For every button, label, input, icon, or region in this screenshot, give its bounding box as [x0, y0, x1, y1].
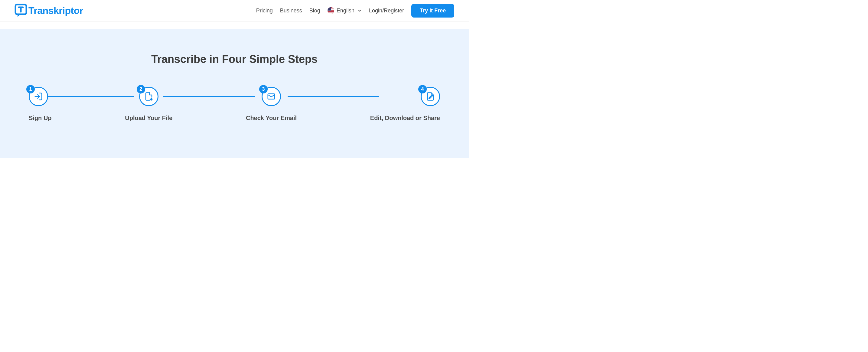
step-email: 3 Check Your Email [246, 87, 297, 122]
svg-rect-5 [328, 10, 334, 11]
svg-rect-7 [328, 13, 334, 14]
email-icon [267, 92, 276, 101]
step-upload: 2 Upload Your File [125, 87, 173, 122]
main-header: Transkriptor Pricing Business Blog Engli… [0, 0, 469, 22]
svg-rect-6 [328, 12, 334, 12]
nav-pricing[interactable]: Pricing [256, 7, 273, 14]
chevron-down-icon [358, 8, 362, 13]
brand-name: Transkriptor [28, 5, 83, 16]
step-label: Edit, Download or Share [370, 115, 440, 122]
flag-us-icon [328, 7, 334, 14]
steps-row: 1 Sign Up 2 [29, 87, 440, 122]
language-selector[interactable]: English [328, 7, 362, 14]
language-label: English [337, 7, 354, 14]
upload-file-icon [144, 92, 153, 101]
logo-icon [14, 4, 27, 18]
nav-login[interactable]: Login/Register [369, 7, 404, 14]
brand-logo[interactable]: Transkriptor [14, 4, 83, 18]
step-label: Check Your Email [246, 115, 297, 122]
step-edit: 4 Edit, Download or Share [370, 87, 440, 122]
step-signup: 1 Sign Up [29, 87, 52, 122]
svg-rect-8 [328, 7, 331, 10]
steps-section: Transcribe in Four Simple Steps 1 Sign U… [0, 29, 469, 158]
section-title: Transcribe in Four Simple Steps [14, 53, 454, 66]
nav-blog[interactable]: Blog [309, 7, 320, 14]
try-free-button[interactable]: Try It Free [411, 4, 454, 18]
step-number: 4 [418, 85, 427, 93]
step-label: Sign Up [29, 115, 52, 122]
edit-file-icon [426, 92, 435, 101]
main-nav: Pricing Business Blog English [256, 4, 454, 18]
signup-icon [34, 92, 43, 101]
nav-business[interactable]: Business [280, 7, 302, 14]
step-number: 2 [137, 85, 145, 93]
step-label: Upload Your File [125, 115, 173, 122]
step-number: 1 [26, 85, 35, 93]
step-number: 3 [259, 85, 268, 93]
